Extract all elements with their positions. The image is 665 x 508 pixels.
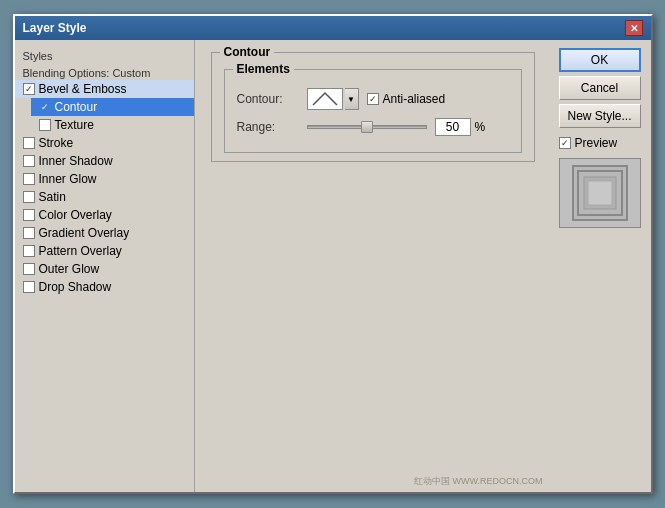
range-slider-thumb[interactable] <box>361 121 373 133</box>
contour-preview[interactable] <box>307 88 343 110</box>
sidebar-item-pattern-overlay[interactable]: Pattern Overlay <box>15 242 194 260</box>
checkbox-pattern-overlay[interactable] <box>23 245 35 257</box>
sidebar-item-texture[interactable]: Texture <box>31 116 194 134</box>
contour-curve-icon <box>311 91 339 107</box>
sidebar-item-inner-shadow[interactable]: Inner Shadow <box>15 152 194 170</box>
title-bar: Layer Style ✕ <box>15 16 651 40</box>
dialog-title: Layer Style <box>23 21 87 35</box>
anti-alias-checkbox[interactable] <box>367 93 379 105</box>
sidebar-item-bevel-emboss[interactable]: Bevel & Emboss <box>15 80 194 98</box>
svg-rect-2 <box>588 181 612 205</box>
watermark: 红动中国 WWW.REDOCN.COM <box>414 475 543 488</box>
contour-dropdown-arrow[interactable]: ▼ <box>345 88 359 110</box>
sidebar-item-drop-shadow[interactable]: Drop Shadow <box>15 278 194 296</box>
preview-inner <box>572 165 628 221</box>
preview-label: Preview <box>575 136 618 150</box>
label-color-overlay: Color Overlay <box>39 208 112 222</box>
checkbox-contour[interactable] <box>39 101 51 113</box>
checkbox-texture[interactable] <box>39 119 51 131</box>
dialog-body: Styles Blending Options: Custom Bevel & … <box>15 40 651 492</box>
preview-label-row: Preview <box>559 136 643 150</box>
label-gradient-overlay: Gradient Overlay <box>39 226 130 240</box>
layer-style-dialog: Layer Style ✕ Styles Blending Options: C… <box>13 14 653 494</box>
sidebar-item-outer-glow[interactable]: Outer Glow <box>15 260 194 278</box>
left-panel: Styles Blending Options: Custom Bevel & … <box>15 40 195 492</box>
preview-box <box>559 158 641 228</box>
blending-options-label[interactable]: Blending Options: Custom <box>15 66 194 80</box>
range-percent-label: % <box>475 120 486 134</box>
label-inner-shadow: Inner Shadow <box>39 154 113 168</box>
sidebar-item-contour[interactable]: Contour <box>31 98 194 116</box>
checkbox-bevel-emboss[interactable] <box>23 83 35 95</box>
elements-group-label: Elements <box>233 62 294 76</box>
title-bar-controls: ✕ <box>625 20 643 36</box>
anti-alias-label: Anti-aliased <box>383 92 446 106</box>
label-texture: Texture <box>55 118 94 132</box>
label-contour: Contour <box>55 100 98 114</box>
preview-checkbox[interactable] <box>559 137 571 149</box>
styles-label: Styles <box>15 48 194 66</box>
checkbox-inner-glow[interactable] <box>23 173 35 185</box>
sidebar-item-satin[interactable]: Satin <box>15 188 194 206</box>
main-content: Contour Elements Contour: <box>195 40 551 492</box>
contour-group-label: Contour <box>220 45 275 59</box>
label-inner-glow: Inner Glow <box>39 172 97 186</box>
anti-alias-row: Anti-aliased <box>367 92 446 106</box>
checkbox-outer-glow[interactable] <box>23 263 35 275</box>
range-value-input[interactable] <box>435 118 471 136</box>
checkbox-satin[interactable] <box>23 191 35 203</box>
sidebar-item-gradient-overlay[interactable]: Gradient Overlay <box>15 224 194 242</box>
checkbox-inner-shadow[interactable] <box>23 155 35 167</box>
cancel-button[interactable]: Cancel <box>559 76 641 100</box>
new-style-button[interactable]: New Style... <box>559 104 641 128</box>
range-field-label: Range: <box>237 120 307 134</box>
checkbox-gradient-overlay[interactable] <box>23 227 35 239</box>
checkbox-drop-shadow[interactable] <box>23 281 35 293</box>
right-panel: OK Cancel New Style... Preview <box>551 40 651 492</box>
checkbox-stroke[interactable] <box>23 137 35 149</box>
range-slider-container: % <box>307 118 509 136</box>
contour-control: ▼ <box>307 88 359 110</box>
range-row: Range: % <box>237 118 509 136</box>
label-bevel-emboss: Bevel & Emboss <box>39 82 127 96</box>
contour-group: Contour Elements Contour: <box>211 52 535 162</box>
sidebar-item-inner-glow[interactable]: Inner Glow <box>15 170 194 188</box>
preview-graphic <box>576 169 624 217</box>
contour-field-label: Contour: <box>237 92 307 106</box>
sidebar-item-color-overlay[interactable]: Color Overlay <box>15 206 194 224</box>
checkbox-color-overlay[interactable] <box>23 209 35 221</box>
elements-group: Elements Contour: ▼ <box>224 69 522 153</box>
label-stroke: Stroke <box>39 136 74 150</box>
label-pattern-overlay: Pattern Overlay <box>39 244 122 258</box>
contour-row: Contour: ▼ Anti-aliased <box>237 88 509 110</box>
label-drop-shadow: Drop Shadow <box>39 280 112 294</box>
ok-button[interactable]: OK <box>559 48 641 72</box>
range-slider-track[interactable] <box>307 125 427 129</box>
sidebar-item-stroke[interactable]: Stroke <box>15 134 194 152</box>
label-satin: Satin <box>39 190 66 204</box>
label-outer-glow: Outer Glow <box>39 262 100 276</box>
close-button[interactable]: ✕ <box>625 20 643 36</box>
